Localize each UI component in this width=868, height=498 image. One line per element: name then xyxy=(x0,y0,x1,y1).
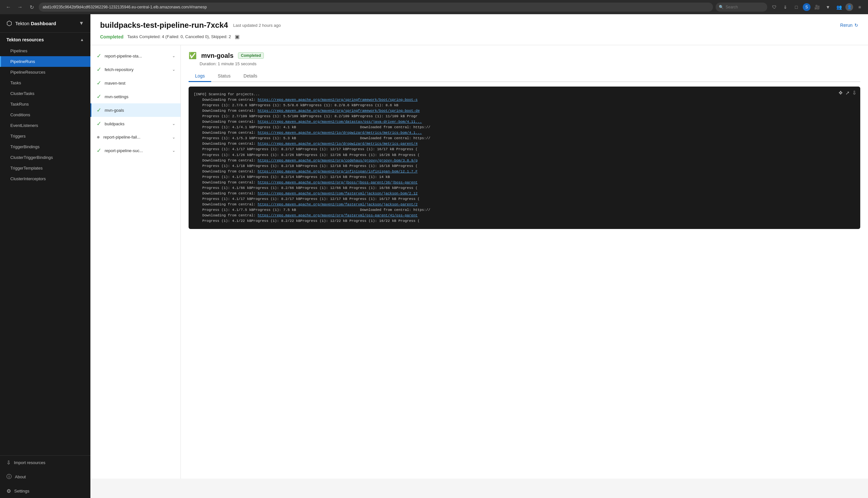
sidebar-section-toggle[interactable]: ▲ xyxy=(80,38,84,42)
tab-details[interactable]: Details xyxy=(237,71,264,82)
task-label: maven-test xyxy=(105,81,175,86)
log-console-output: [INFO] Scanning for projects... Download… xyxy=(194,92,855,224)
status-row: Completed Tasks Completed: 4 (Failed: 0,… xyxy=(100,34,858,40)
sidebar-item-label: Conditions xyxy=(10,113,30,117)
mvn-status-badge: Completed xyxy=(238,52,264,59)
sidebar-item-label: TaskRuns xyxy=(10,102,29,107)
log-console-container: ❖ ➚ ⇩ [INFO] Scanning for projects... Do… xyxy=(188,87,860,229)
back-button[interactable]: ← xyxy=(4,3,13,12)
sidebar-collapse-button[interactable]: ▼ xyxy=(79,20,84,26)
browser-toolbar-icons: 🛡 ⇓ □ S 🎥 ▼ 👥 👤 ≡ xyxy=(770,3,864,12)
copy-button[interactable]: ▣ xyxy=(235,34,240,40)
tab-logs[interactable]: Logs xyxy=(188,71,211,82)
task-expand-button[interactable]: ⌄ xyxy=(172,67,175,72)
rerun-button[interactable]: Rerun ↻ xyxy=(840,23,858,28)
task-success-icon: ✓ xyxy=(96,52,101,60)
sidebar-item-clustertriggerbindings[interactable]: ClusterTriggerBindings xyxy=(0,152,90,163)
sidebar-item-label: ClusterTriggerBindings xyxy=(10,155,53,160)
external-link-button[interactable]: ➚ xyxy=(845,90,850,96)
browser-chrome: ← → ↻ 🔍 🛡 ⇓ □ S 🎥 ▼ 👥 👤 ≡ xyxy=(0,0,868,14)
task-label: report-pipeline-sta... xyxy=(105,54,169,58)
title-and-updated: buildpacks-test-pipeline-run-7xck4 Last … xyxy=(100,21,281,30)
sidebar-item-triggerbindings[interactable]: TriggerBindings xyxy=(0,142,90,152)
sidebar-item-label: TriggerBindings xyxy=(10,144,40,149)
vpn-icon[interactable]: ▼ xyxy=(824,3,832,12)
import-icon: ⇩ xyxy=(6,460,11,466)
sidebar-item-conditions[interactable]: Conditions xyxy=(0,109,90,120)
task-label: mvn-goals xyxy=(105,108,175,113)
mvn-duration: Duration: 1 minute 15 seconds xyxy=(188,61,860,66)
sidebar-item-clusterinterceptors[interactable]: ClusterInterceptors xyxy=(0,173,90,184)
mvn-header: ✅ mvn-goals Completed xyxy=(188,52,860,60)
task-expand-button[interactable]: ⌄ xyxy=(172,148,175,153)
browser-search-input[interactable] xyxy=(726,5,758,9)
task-expand-button[interactable]: ⌄ xyxy=(172,135,175,140)
sidebar-about[interactable]: ⓘ About xyxy=(0,470,90,484)
sidebar-item-label: ClusterTasks xyxy=(10,91,34,96)
menu-icon[interactable]: ≡ xyxy=(855,3,864,12)
task-label: buildpacks xyxy=(105,121,169,126)
sidebar-import-resources[interactable]: ⇩ Import resources xyxy=(0,456,90,470)
about-label: About xyxy=(15,474,26,479)
sidebar-item-eventlisteners[interactable]: EventListeners xyxy=(0,120,90,131)
status-badge: Completed xyxy=(100,34,123,39)
tab-status[interactable]: Status xyxy=(211,71,237,82)
mvn-success-icon: ✅ xyxy=(188,52,197,60)
task-item[interactable]: ✓ buildpacks ⌄ xyxy=(90,117,181,130)
task-expand-button[interactable]: ⌄ xyxy=(172,54,175,58)
sidebar: ⬡ Tekton Dashboard ▼ Tekton resources ▲ … xyxy=(0,14,90,498)
people-icon[interactable]: 👥 xyxy=(834,3,843,12)
sidebar-item-clustertasks[interactable]: ClusterTasks xyxy=(0,88,90,99)
log-console-toolbar: ❖ ➚ ⇩ xyxy=(838,90,856,96)
pipeline-body: ✓ report-pipeline-sta... ⌄ ✓ fetch-repos… xyxy=(90,45,868,479)
shield-icon[interactable]: 🛡 xyxy=(770,3,779,12)
page-title: buildpacks-test-pipeline-run-7xck4 xyxy=(100,21,228,30)
sidebar-settings[interactable]: ⚙ Settings xyxy=(0,484,90,498)
sidebar-item-pipelineruns[interactable]: PipelineRuns xyxy=(0,56,90,67)
task-item[interactable]: ✓ maven-test xyxy=(90,76,181,90)
sidebar-section-header: Tekton resources ▲ xyxy=(0,32,90,45)
sidebar-item-label: ClusterInterceptors xyxy=(10,176,46,181)
reload-button[interactable]: ↻ xyxy=(27,3,36,12)
sidebar-nav: Pipelines PipelineRuns PipelineResources… xyxy=(0,45,90,184)
sidebar-item-triggertemplates[interactable]: TriggerTemplates xyxy=(0,163,90,173)
settings-label: Settings xyxy=(14,489,29,494)
sidebar-item-taskruns[interactable]: TaskRuns xyxy=(0,99,90,109)
task-expand-button[interactable]: ⌄ xyxy=(172,121,175,126)
expand-log-button[interactable]: ❖ xyxy=(838,90,843,96)
task-item[interactable]: ● report-pipeline-fail... ⌄ xyxy=(90,130,181,144)
task-item[interactable]: ✓ report-pipeline-suc... ⌄ xyxy=(90,144,181,157)
profile-s-icon[interactable]: S xyxy=(803,3,811,11)
forward-button[interactable]: → xyxy=(15,3,25,12)
task-label: mvn-settings xyxy=(105,94,175,99)
task-label: fetch-repository xyxy=(105,67,169,72)
task-item[interactable]: ✓ report-pipeline-sta... ⌄ xyxy=(90,49,181,63)
browser-search-area: 🔍 xyxy=(715,3,767,12)
sidebar-item-label: Triggers xyxy=(10,134,26,139)
extensions-icon[interactable]: □ xyxy=(792,3,801,12)
about-icon: ⓘ xyxy=(6,473,12,480)
account-icon[interactable]: 👤 xyxy=(845,3,853,11)
task-success-icon: ✓ xyxy=(96,79,101,87)
sidebar-item-triggers[interactable]: Triggers xyxy=(0,131,90,142)
url-bar[interactable] xyxy=(39,3,713,12)
video-icon[interactable]: 🎥 xyxy=(813,3,821,12)
task-success-icon: ✓ xyxy=(96,147,101,154)
main-content: buildpacks-test-pipeline-run-7xck4 Last … xyxy=(90,14,868,498)
download-log-button[interactable]: ⇩ xyxy=(852,90,856,96)
task-item[interactable]: ✓ mvn-settings xyxy=(90,90,181,103)
mvn-task-title: mvn-goals xyxy=(201,52,234,60)
task-label: report-pipeline-fail... xyxy=(103,135,169,140)
sidebar-item-pipelineresources[interactable]: PipelineResources xyxy=(0,67,90,78)
sidebar-item-tasks[interactable]: Tasks xyxy=(0,78,90,88)
log-panel: ✅ mvn-goals Completed Duration: 1 minute… xyxy=(181,45,868,479)
page-header: buildpacks-test-pipeline-run-7xck4 Last … xyxy=(90,14,868,45)
task-item-active[interactable]: ✓ mvn-goals xyxy=(90,103,181,117)
task-success-icon: ✓ xyxy=(96,107,101,114)
sidebar-item-pipelines[interactable]: Pipelines xyxy=(0,45,90,56)
task-success-icon: ✓ xyxy=(96,66,101,73)
task-item[interactable]: ✓ fetch-repository ⌄ xyxy=(90,63,181,76)
download-icon[interactable]: ⇓ xyxy=(781,3,790,12)
sidebar-item-label: PipelineRuns xyxy=(10,59,35,64)
settings-gear-icon: ⚙ xyxy=(6,488,11,494)
